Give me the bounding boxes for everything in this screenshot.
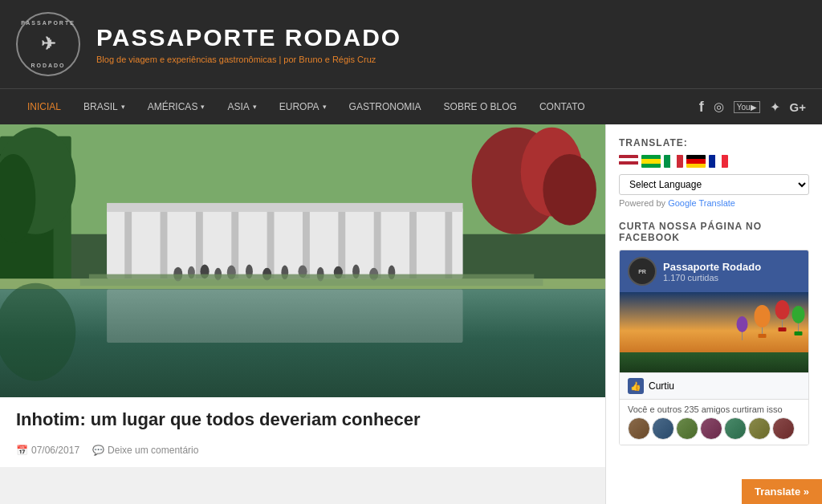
nav-item-americas[interactable]: AMÉRICAS ▾ (136, 89, 217, 125)
site-header: PASSAPORTE ✈ RODADO PASSAPORTE RODADO Bl… (0, 0, 822, 88)
flag-br[interactable] (641, 155, 661, 168)
fb-page-logo: PR (628, 257, 657, 286)
nav-item-gastronomia[interactable]: GASTRONOMIA (338, 89, 433, 125)
flag-row (619, 155, 809, 168)
googleplus-icon[interactable]: G+ (790, 100, 806, 114)
facebook-icon[interactable]: f (699, 99, 704, 116)
flag-fr[interactable] (709, 155, 728, 168)
nav-item-europa[interactable]: EUROPA ▾ (268, 89, 338, 125)
avatar-5 (724, 417, 747, 440)
fb-page-likes: 1.170 curtidas (663, 273, 761, 282)
nav-item-brasil[interactable]: BRASIL ▾ (72, 89, 136, 125)
logo-text-bottom: RODADO (18, 63, 79, 68)
chevron-down-icon: ▾ (201, 103, 205, 111)
svg-rect-46 (759, 334, 767, 338)
fb-hero-svg (620, 292, 808, 372)
svg-point-53 (737, 316, 748, 332)
nav-item-sobre[interactable]: SOBRE O BLOG (433, 89, 528, 125)
navbar: INICIAL BRASIL ▾ AMÉRICAS ▾ ASIA ▾ EUROP… (0, 88, 822, 124)
nav-item-asia[interactable]: ASIA ▾ (216, 89, 267, 125)
site-title: PASSAPORTE RODADO (96, 24, 806, 51)
avatar-3 (676, 417, 698, 440)
avatar-6 (748, 417, 771, 440)
svg-rect-35 (107, 289, 463, 343)
logo-plane-icon: ✈ (41, 34, 56, 55)
fb-curtiu-bar: 👍 Curtiu (620, 372, 808, 399)
hero-svg (0, 124, 605, 397)
comment-icon: 💬 (92, 445, 104, 456)
translate-button[interactable]: Translate » (742, 479, 822, 504)
nav-items: INICIAL BRASIL ▾ AMÉRICAS ▾ ASIA ▾ EUROP… (16, 89, 699, 125)
twitter-icon[interactable]: ✦ (770, 100, 780, 115)
svg-rect-9 (124, 212, 132, 278)
logo-text-top: PASSAPORTE (18, 20, 79, 26)
svg-point-50 (792, 306, 805, 323)
svg-rect-49 (779, 327, 787, 331)
site-subtitle: Blog de viagem e experiências gastronômi… (96, 55, 806, 64)
translate-section: TRANSLATE: Select Language Powered by Go… (619, 137, 809, 208)
left-content: Inhotim: um lugar que todos deveriam con… (0, 124, 605, 504)
avatar-4 (700, 417, 722, 440)
youtube-icon[interactable]: You▶ (734, 101, 760, 113)
fb-curtiu-label[interactable]: Curtiu (649, 380, 674, 392)
svg-rect-10 (161, 212, 168, 278)
chevron-down-icon: ▾ (253, 103, 257, 111)
google-label: Google (668, 198, 696, 208)
site-title-area: PASSAPORTE RODADO Blog de viagem e exper… (96, 24, 806, 64)
avatar-2 (652, 417, 674, 440)
fb-amigos-bar: Você e outros 235 amigos curtiram isso (620, 399, 808, 445)
flag-us[interactable] (619, 155, 638, 168)
post-comment[interactable]: 💬 Deixe um comentário (92, 445, 198, 456)
facebook-box: PR Passaporte Rodado 1.170 curtidas (619, 250, 809, 445)
post-date: 📅 07/06/2017 (16, 445, 79, 456)
svg-rect-43 (620, 352, 808, 372)
fb-page-info: Passaporte Rodado 1.170 curtidas (663, 261, 761, 282)
svg-rect-18 (445, 212, 452, 278)
hero-image (0, 124, 605, 397)
chevron-down-icon: ▾ (323, 103, 327, 111)
post-meta: 📅 07/06/2017 💬 Deixe um comentário (0, 440, 605, 467)
site-logo[interactable]: PASSAPORTE ✈ RODADO (16, 12, 80, 76)
facebook-header: PR Passaporte Rodado 1.170 curtidas (620, 250, 808, 292)
avatar-1 (628, 417, 650, 440)
right-sidebar: TRANSLATE: Select Language Powered by Go… (605, 124, 822, 504)
facebook-section: CURTA NOSSA PÁGINA NO FACEBOOK PR Passap… (619, 221, 809, 445)
svg-point-39 (543, 154, 596, 226)
nav-item-contato[interactable]: CONTATO (528, 89, 596, 125)
calendar-icon: 📅 (16, 445, 28, 456)
svg-rect-41 (80, 278, 543, 286)
svg-rect-8 (107, 203, 463, 212)
avatar-7 (772, 417, 795, 440)
nav-social-icons: f ◎ You▶ ✦ G+ (699, 99, 806, 116)
fb-page-name[interactable]: Passaporte Rodado (663, 261, 761, 273)
translate-title: TRANSLATE: (619, 137, 809, 148)
chevron-down-icon: ▾ (121, 103, 125, 111)
fb-amigos-text: Você e outros 235 amigos curtiram isso (628, 404, 800, 414)
fb-like-icon[interactable]: 👍 (628, 378, 644, 394)
svg-point-44 (755, 305, 771, 327)
nav-item-inicial[interactable]: INICIAL (16, 89, 72, 125)
main-layout: Inhotim: um lugar que todos deveriam con… (0, 124, 822, 504)
svg-rect-17 (409, 212, 417, 278)
facebook-section-title: CURTA NOSSA PÁGINA NO FACEBOOK (619, 221, 809, 243)
thumbsup-icon: 👍 (630, 381, 641, 392)
flag-it[interactable] (664, 155, 683, 168)
post-title: Inhotim: um lugar que todos deveriam con… (0, 397, 605, 440)
fb-avatars (628, 417, 800, 440)
svg-point-47 (775, 300, 790, 319)
svg-rect-52 (795, 331, 803, 335)
powered-by: Powered by Google Translate (619, 198, 809, 208)
flag-de[interactable] (686, 155, 706, 168)
svg-rect-40 (89, 274, 534, 279)
language-select[interactable]: Select Language (619, 174, 809, 195)
instagram-icon[interactable]: ◎ (714, 100, 724, 114)
fb-hero-image (620, 292, 808, 372)
translate-link[interactable]: Translate (699, 198, 735, 208)
